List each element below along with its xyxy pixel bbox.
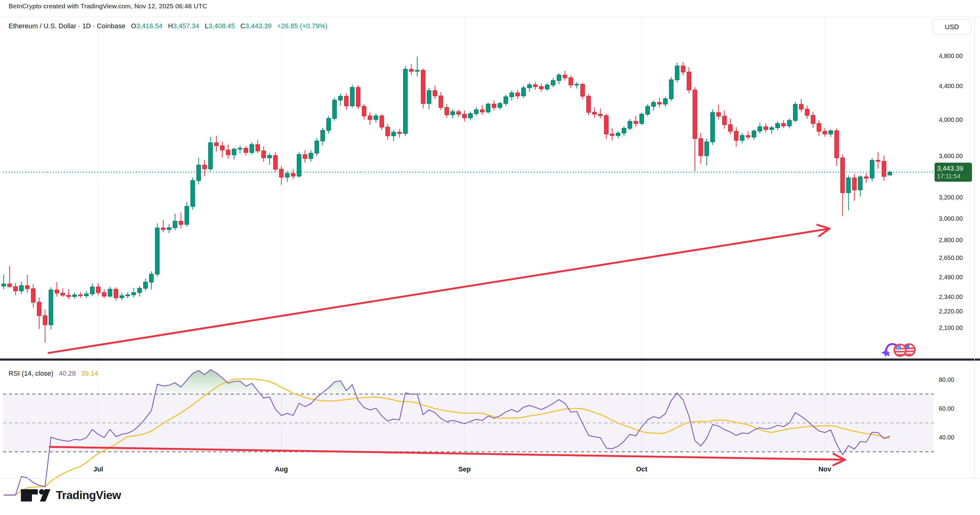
last-price-value: 3,443.39 bbox=[937, 164, 972, 173]
usd-flag-icon bbox=[894, 344, 915, 356]
price-axis-label: 2,490.00 bbox=[939, 273, 963, 281]
pane-separator[interactable] bbox=[0, 358, 980, 361]
ohlc-close: C3,443.39 bbox=[240, 22, 272, 30]
price-axis-label: 2,650.00 bbox=[939, 254, 963, 261]
rsi-axis-label: 80.00 bbox=[939, 376, 954, 383]
time-axis-label: Aug bbox=[275, 465, 288, 473]
time-axis-label: Sep bbox=[458, 465, 471, 473]
rsi-axis-label: 60.00 bbox=[939, 405, 954, 412]
price-axis-label: 2,800.00 bbox=[939, 236, 963, 244]
ohlc-high: H3,457.34 bbox=[168, 22, 199, 30]
watermark-asset-icons bbox=[878, 341, 918, 359]
rsi-value: 40.28 bbox=[59, 369, 76, 377]
rsi-ma-value: 39.14 bbox=[81, 369, 98, 377]
time-axis-label: Jul bbox=[93, 465, 103, 473]
price-axis-label: 2,220.00 bbox=[939, 307, 963, 315]
tradingview-logo-icon bbox=[20, 489, 51, 502]
rsi-indicator-title: RSI (14, close) bbox=[9, 369, 54, 377]
price-change: +26.85 (+0.79%) bbox=[277, 22, 328, 30]
price-axis-label: 3,600.00 bbox=[939, 152, 963, 160]
price-axis-label: 3,000.00 bbox=[939, 215, 963, 222]
price-axis-label: 2,100.00 bbox=[939, 324, 963, 331]
symbol-legend: Ethereum / U.S. Dollar · 1D · Coinbase O… bbox=[9, 22, 328, 30]
currency-toggle-button[interactable]: USD bbox=[932, 19, 971, 35]
price-axis-label: 4,000.00 bbox=[939, 116, 963, 124]
ohlc-open: O3,416.54 bbox=[131, 22, 162, 30]
tradingview-snapshot: BeInCrypto created with TradingView.com,… bbox=[0, 0, 980, 515]
right-border bbox=[974, 17, 975, 479]
rsi-legend: RSI (14, close) 40.28 39.14 bbox=[9, 369, 98, 377]
ohlc-low: L3,408.45 bbox=[205, 22, 235, 30]
rsi-axis-label: 40.00 bbox=[939, 434, 954, 441]
time-axis-label: Nov bbox=[818, 465, 831, 473]
bar-countdown: 17:11:54 bbox=[937, 173, 972, 180]
price-axis-label: 4,400.00 bbox=[939, 82, 963, 90]
last-price-badge: 3,443.39 17:11:54 bbox=[934, 163, 972, 182]
time-axis-divider bbox=[0, 478, 980, 479]
time-axis-label: Oct bbox=[636, 465, 647, 473]
price-axis-label: 2,340.00 bbox=[939, 293, 963, 301]
price-axis-label: 3,200.00 bbox=[939, 194, 963, 201]
symbol-title: Ethereum / U.S. Dollar · 1D · Coinbase bbox=[9, 22, 125, 30]
tradingview-logo[interactable]: TradingView bbox=[20, 489, 121, 502]
main-chart-canvas[interactable] bbox=[0, 0, 980, 515]
price-axis-label: 4,800.00 bbox=[939, 52, 963, 60]
tradingview-logo-text: TradingView bbox=[56, 489, 121, 502]
